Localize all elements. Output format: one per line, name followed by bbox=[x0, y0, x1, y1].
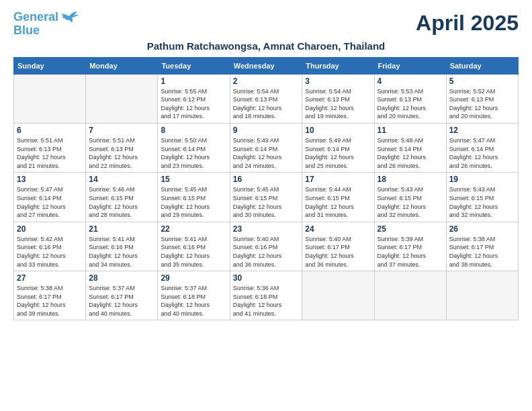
day-number: 18 bbox=[378, 175, 443, 184]
table-row: 8Sunrise: 5:50 AMSunset: 6:14 PMDaylight… bbox=[158, 123, 230, 172]
calendar-week-row: 13Sunrise: 5:47 AMSunset: 6:14 PMDayligh… bbox=[14, 173, 519, 222]
logo-bird-icon bbox=[60, 11, 79, 26]
day-info: Sunrise: 5:51 AMSunset: 6:13 PMDaylight:… bbox=[89, 136, 154, 170]
table-row: 26Sunrise: 5:38 AMSunset: 6:17 PMDayligh… bbox=[446, 222, 518, 271]
day-number: 26 bbox=[449, 224, 515, 234]
day-info: Sunrise: 5:42 AMSunset: 6:16 PMDaylight:… bbox=[17, 235, 83, 269]
day-number: 9 bbox=[233, 126, 300, 135]
day-number: 21 bbox=[89, 224, 154, 234]
day-number: 6 bbox=[17, 126, 83, 135]
location-title: Pathum Ratchawongsa, Amnat Charoen, Thai… bbox=[13, 40, 519, 52]
table-row: 4Sunrise: 5:53 AMSunset: 6:13 PMDaylight… bbox=[374, 74, 446, 123]
logo: General Blue bbox=[13, 11, 79, 38]
day-number: 8 bbox=[161, 126, 226, 135]
day-number: 27 bbox=[17, 273, 83, 283]
table-row: 23Sunrise: 5:40 AMSunset: 6:16 PMDayligh… bbox=[230, 222, 302, 271]
table-row: 12Sunrise: 5:47 AMSunset: 6:14 PMDayligh… bbox=[446, 123, 518, 172]
table-row: 10Sunrise: 5:49 AMSunset: 6:14 PMDayligh… bbox=[302, 123, 374, 172]
day-number: 17 bbox=[305, 175, 371, 184]
day-number: 22 bbox=[161, 224, 226, 234]
table-row: 15Sunrise: 5:45 AMSunset: 6:15 PMDayligh… bbox=[158, 173, 230, 222]
day-info: Sunrise: 5:44 AMSunset: 6:15 PMDaylight:… bbox=[305, 185, 371, 219]
day-number: 1 bbox=[161, 77, 226, 86]
month-title: April 2025 bbox=[416, 11, 519, 36]
calendar-week-row: 20Sunrise: 5:42 AMSunset: 6:16 PMDayligh… bbox=[14, 222, 519, 271]
table-row bbox=[446, 271, 518, 320]
day-info: Sunrise: 5:51 AMSunset: 6:13 PMDaylight:… bbox=[17, 136, 83, 170]
table-row: 25Sunrise: 5:39 AMSunset: 6:17 PMDayligh… bbox=[374, 222, 446, 271]
logo-text: General Blue bbox=[13, 11, 58, 38]
day-number: 2 bbox=[233, 77, 300, 86]
col-monday: Monday bbox=[86, 57, 158, 74]
day-info: Sunrise: 5:54 AMSunset: 6:13 PMDaylight:… bbox=[305, 87, 371, 121]
day-number: 30 bbox=[233, 273, 300, 283]
col-saturday: Saturday bbox=[446, 57, 518, 74]
table-row bbox=[14, 74, 86, 123]
day-number: 3 bbox=[305, 77, 371, 86]
table-row: 2Sunrise: 5:54 AMSunset: 6:13 PMDaylight… bbox=[230, 74, 302, 123]
day-info: Sunrise: 5:39 AMSunset: 6:17 PMDaylight:… bbox=[378, 235, 443, 269]
day-number: 12 bbox=[449, 126, 515, 135]
day-number: 23 bbox=[233, 224, 300, 234]
day-number: 24 bbox=[305, 224, 371, 234]
day-info: Sunrise: 5:47 AMSunset: 6:14 PMDaylight:… bbox=[449, 136, 515, 170]
table-row: 29Sunrise: 5:37 AMSunset: 6:18 PMDayligh… bbox=[158, 271, 230, 320]
table-row: 27Sunrise: 5:38 AMSunset: 6:17 PMDayligh… bbox=[14, 271, 86, 320]
day-info: Sunrise: 5:48 AMSunset: 6:14 PMDaylight:… bbox=[378, 136, 443, 170]
table-row: 24Sunrise: 5:40 AMSunset: 6:17 PMDayligh… bbox=[302, 222, 374, 271]
day-number: 10 bbox=[305, 126, 371, 135]
table-row: 6Sunrise: 5:51 AMSunset: 6:13 PMDaylight… bbox=[14, 123, 86, 172]
day-info: Sunrise: 5:40 AMSunset: 6:16 PMDaylight:… bbox=[233, 235, 300, 269]
col-thursday: Thursday bbox=[302, 57, 374, 74]
table-row: 9Sunrise: 5:49 AMSunset: 6:14 PMDaylight… bbox=[230, 123, 302, 172]
table-row: 19Sunrise: 5:43 AMSunset: 6:15 PMDayligh… bbox=[446, 173, 518, 222]
table-row: 16Sunrise: 5:45 AMSunset: 6:15 PMDayligh… bbox=[230, 173, 302, 222]
day-info: Sunrise: 5:43 AMSunset: 6:15 PMDaylight:… bbox=[449, 185, 515, 219]
day-info: Sunrise: 5:41 AMSunset: 6:16 PMDaylight:… bbox=[89, 235, 154, 269]
day-info: Sunrise: 5:49 AMSunset: 6:14 PMDaylight:… bbox=[305, 136, 371, 170]
day-number: 13 bbox=[17, 175, 83, 184]
day-number: 11 bbox=[378, 126, 443, 135]
day-info: Sunrise: 5:40 AMSunset: 6:17 PMDaylight:… bbox=[305, 235, 371, 269]
day-info: Sunrise: 5:37 AMSunset: 6:18 PMDaylight:… bbox=[161, 284, 226, 318]
day-info: Sunrise: 5:45 AMSunset: 6:15 PMDaylight:… bbox=[161, 185, 226, 219]
day-number: 4 bbox=[378, 77, 443, 86]
col-friday: Friday bbox=[374, 57, 446, 74]
day-info: Sunrise: 5:50 AMSunset: 6:14 PMDaylight:… bbox=[161, 136, 226, 170]
day-info: Sunrise: 5:52 AMSunset: 6:13 PMDaylight:… bbox=[449, 87, 515, 121]
day-number: 14 bbox=[89, 175, 154, 184]
day-info: Sunrise: 5:55 AMSunset: 6:12 PMDaylight:… bbox=[161, 87, 226, 121]
calendar: Sunday Monday Tuesday Wednesday Thursday… bbox=[13, 57, 519, 321]
table-row: 13Sunrise: 5:47 AMSunset: 6:14 PMDayligh… bbox=[14, 173, 86, 222]
table-row: 11Sunrise: 5:48 AMSunset: 6:14 PMDayligh… bbox=[374, 123, 446, 172]
table-row: 5Sunrise: 5:52 AMSunset: 6:13 PMDaylight… bbox=[446, 74, 518, 123]
day-info: Sunrise: 5:46 AMSunset: 6:15 PMDaylight:… bbox=[89, 185, 154, 219]
day-number: 15 bbox=[161, 175, 226, 184]
day-info: Sunrise: 5:53 AMSunset: 6:13 PMDaylight:… bbox=[378, 87, 443, 121]
col-sunday: Sunday bbox=[14, 57, 86, 74]
day-number: 16 bbox=[233, 175, 300, 184]
col-wednesday: Wednesday bbox=[230, 57, 302, 74]
table-row bbox=[86, 74, 158, 123]
day-number: 7 bbox=[89, 126, 154, 135]
day-number: 29 bbox=[161, 273, 226, 283]
calendar-week-row: 1Sunrise: 5:55 AMSunset: 6:12 PMDaylight… bbox=[14, 74, 519, 123]
day-info: Sunrise: 5:47 AMSunset: 6:14 PMDaylight:… bbox=[17, 185, 83, 219]
col-tuesday: Tuesday bbox=[158, 57, 230, 74]
day-info: Sunrise: 5:54 AMSunset: 6:13 PMDaylight:… bbox=[233, 87, 300, 121]
table-row: 21Sunrise: 5:41 AMSunset: 6:16 PMDayligh… bbox=[86, 222, 158, 271]
day-info: Sunrise: 5:45 AMSunset: 6:15 PMDaylight:… bbox=[233, 185, 300, 219]
table-row: 14Sunrise: 5:46 AMSunset: 6:15 PMDayligh… bbox=[86, 173, 158, 222]
day-info: Sunrise: 5:37 AMSunset: 6:17 PMDaylight:… bbox=[89, 284, 154, 318]
table-row bbox=[374, 271, 446, 320]
table-row: 18Sunrise: 5:43 AMSunset: 6:15 PMDayligh… bbox=[374, 173, 446, 222]
day-info: Sunrise: 5:38 AMSunset: 6:17 PMDaylight:… bbox=[17, 284, 83, 318]
day-info: Sunrise: 5:38 AMSunset: 6:17 PMDaylight:… bbox=[449, 235, 515, 269]
day-info: Sunrise: 5:36 AMSunset: 6:18 PMDaylight:… bbox=[233, 284, 300, 318]
table-row: 17Sunrise: 5:44 AMSunset: 6:15 PMDayligh… bbox=[302, 173, 374, 222]
day-number: 28 bbox=[89, 273, 154, 283]
table-row: 7Sunrise: 5:51 AMSunset: 6:13 PMDaylight… bbox=[86, 123, 158, 172]
day-number: 5 bbox=[449, 77, 515, 86]
table-row: 28Sunrise: 5:37 AMSunset: 6:17 PMDayligh… bbox=[86, 271, 158, 320]
day-info: Sunrise: 5:43 AMSunset: 6:15 PMDaylight:… bbox=[378, 185, 443, 219]
